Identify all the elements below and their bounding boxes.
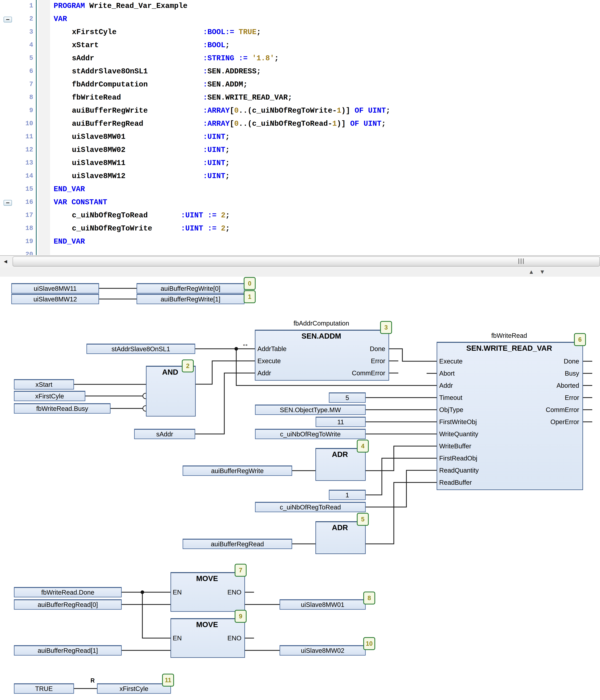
pin-wrv-Aborted[interactable]: Aborted <box>556 381 579 390</box>
exec-order-badge-4: 4 <box>357 440 369 453</box>
var-box-uiSlave8MW12[interactable]: uiSlave8MW12 <box>11 294 99 304</box>
const-box-11[interactable]: 11 <box>316 417 366 427</box>
pin-addm-Execute[interactable]: Execute <box>257 357 281 365</box>
var-box-auiBufferRegWrite0[interactable]: auiBufferRegWrite[0] <box>136 283 245 294</box>
pin-wrv-ReadBuffer[interactable]: ReadBuffer <box>439 478 472 486</box>
exec-order-badge-7: 7 <box>235 564 247 577</box>
cfc-diagram[interactable]: uiSlave8MW11 uiSlave8MW12 auiBufferRegWr… <box>0 277 600 700</box>
pin-addm-AddrTable[interactable]: AddrTable <box>257 345 286 353</box>
pin-wrv-OperError[interactable]: OperError <box>550 418 579 426</box>
const-box-sen-objecttype-mw[interactable]: SEN.ObjectType.MW <box>255 404 366 415</box>
var-box-uiSlave8MW02[interactable]: uiSlave8MW02 <box>279 645 366 655</box>
var-box-c_uiNbOfRegToRead[interactable]: c_uiNbOfRegToRead <box>255 502 366 512</box>
pin-wrv-ObjType[interactable]: ObjType <box>439 405 463 414</box>
var-box-sAddr[interactable]: sAddr <box>134 429 195 439</box>
pin-addm-Addr[interactable]: Addr <box>257 369 271 377</box>
pin-wrv-Timeout[interactable]: Timeout <box>439 393 462 402</box>
const-box-true[interactable]: TRUE <box>14 683 74 694</box>
pin-wrv-Addr[interactable]: Addr <box>439 381 453 390</box>
exec-order-badge-11: 11 <box>162 674 174 686</box>
pin-addm-Done[interactable]: Done <box>370 345 385 353</box>
var-box-auiBufferRegRead0[interactable]: auiBufferRegRead[0] <box>14 599 122 610</box>
var-box-auiBufferRegWrite[interactable]: auiBufferRegWrite <box>183 466 292 476</box>
pin-move9-ENO[interactable]: ENO <box>227 634 242 642</box>
pin-wrv-CommError[interactable]: CommError <box>546 405 579 414</box>
var-box-fbWriteRead-Busy[interactable]: fbWriteRead.Busy <box>14 403 110 414</box>
exec-order-badge-3: 3 <box>380 321 392 334</box>
block-header-move-9: MOVE <box>171 620 244 629</box>
pin-wrv-Busy[interactable]: Busy <box>565 369 579 378</box>
pin-wrv-FirstWriteObj[interactable]: FirstWriteObj <box>439 418 477 426</box>
exec-order-badge-6: 6 <box>574 333 586 346</box>
pin-wrv-FirstReadObj[interactable]: FirstReadObj <box>439 454 477 462</box>
pin-wrv-Done[interactable]: Done <box>564 357 579 366</box>
reset-marker-label: R <box>91 677 95 684</box>
pin-wrv-Error[interactable]: Error <box>565 393 579 402</box>
var-box-fbWriteRead-Done[interactable]: fbWriteRead.Done <box>14 587 122 597</box>
pin-wrv-WriteBuffer[interactable]: WriteBuffer <box>439 442 471 450</box>
pin-move9-EN[interactable]: EN <box>173 634 182 642</box>
var-box-c_uiNbOfRegToWrite[interactable]: c_uiNbOfRegToWrite <box>255 429 366 439</box>
pin-wrv-Execute[interactable]: Execute <box>439 357 462 366</box>
const-box-5[interactable]: 5 <box>329 393 366 403</box>
pin-wrv-Abort[interactable]: Abort <box>439 369 455 378</box>
exec-order-badge-10: 10 <box>363 637 375 650</box>
pin-wrv-WriteQuantity[interactable]: WriteQuantity <box>439 430 478 438</box>
var-box-auiBufferRegRead1[interactable]: auiBufferRegRead[1] <box>14 645 122 655</box>
instance-title-fbWriteRead[interactable]: fbWriteRead <box>436 332 582 339</box>
var-box-uiSlave8MW01[interactable]: uiSlave8MW01 <box>279 599 366 610</box>
var-box-xStart[interactable]: xStart <box>14 379 74 390</box>
exec-order-badge-0: 0 <box>244 277 256 290</box>
var-box-uiSlave8MW11[interactable]: uiSlave8MW11 <box>11 283 99 294</box>
pin-wrv-ReadQuantity[interactable]: ReadQuantity <box>439 466 479 475</box>
block-header-sen-addm: SEN.ADDM <box>255 332 388 341</box>
exec-order-badge-9: 9 <box>235 610 247 623</box>
var-box-auiBufferRegRead[interactable]: auiBufferRegRead <box>183 539 292 549</box>
var-box-stAddrSlave8OnSL1[interactable]: stAddrSlave8OnSL1 <box>86 344 195 354</box>
pin-addm-CommError[interactable]: CommError <box>352 369 385 377</box>
pin-move7-ENO[interactable]: ENO <box>227 588 242 596</box>
block-header-sen-write-read-var: SEN.WRITE_READ_VAR <box>436 344 582 352</box>
exec-order-badge-5: 5 <box>357 513 369 526</box>
var-box-auiBufferRegWrite1[interactable]: auiBufferRegWrite[1] <box>136 294 245 304</box>
exec-order-badge-1: 1 <box>244 290 256 303</box>
exec-order-badge-2: 2 <box>182 359 194 372</box>
bidirectional-arrow-icon: ↔ <box>242 340 249 348</box>
var-box-xFirstCyle[interactable]: xFirstCyle <box>14 391 85 401</box>
instance-title-fbAddrComputation[interactable]: fbAddrComputation <box>255 320 388 327</box>
const-box-1[interactable]: 1 <box>329 490 366 500</box>
exec-order-badge-8: 8 <box>363 592 375 604</box>
pin-move7-EN[interactable]: EN <box>173 588 182 596</box>
ide-window: 1PROGRAM Write_Read_Var_Example2VAR3xFir… <box>0 0 600 700</box>
block-header-move-7: MOVE <box>171 574 244 583</box>
var-box-xFirstCyle-reset[interactable]: xFirstCyle <box>97 683 171 694</box>
pin-addm-Error[interactable]: Error <box>371 357 385 365</box>
